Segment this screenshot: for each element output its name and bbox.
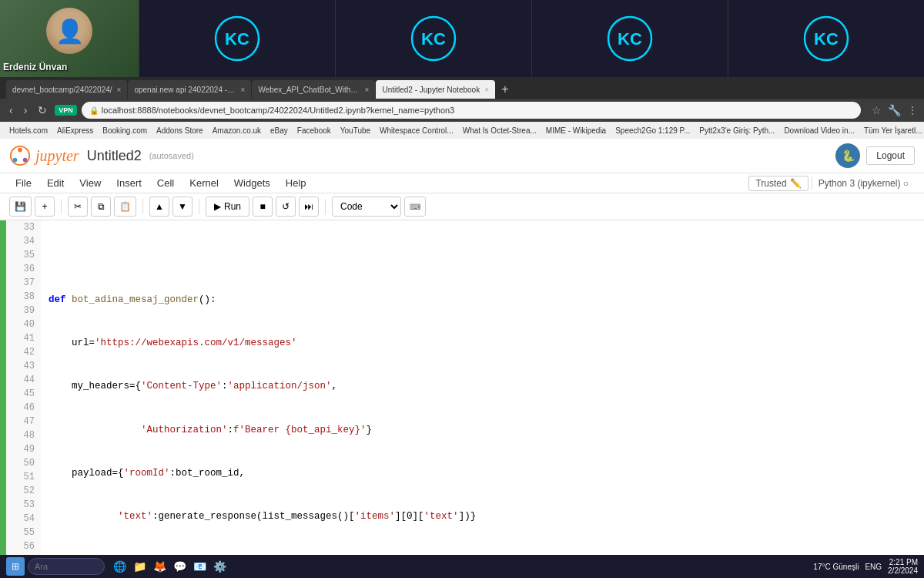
- browser-content: devnet_bootcamp/24022024/ × openai.new a…: [0, 77, 924, 555]
- video-overlay: 👤 Erdeniz Ünvan KC KC KC KC: [0, 0, 924, 77]
- taskbar-icon-1[interactable]: 🌐: [111, 558, 128, 575]
- bookmark-python[interactable]: Pytt2x3'e Giriş: Pyth...: [696, 126, 778, 136]
- stop-button[interactable]: ■: [253, 197, 273, 217]
- copy-button[interactable]: ⧉: [91, 197, 111, 217]
- run-button[interactable]: ▶ Run: [206, 197, 249, 217]
- bookmark-aliexpress[interactable]: AliExpress: [54, 126, 96, 136]
- date-display: 2/2/2024: [888, 566, 918, 575]
- code-area[interactable]: 33 34 35 36 37 38 39 40 41 42 43 44 45 4…: [0, 220, 924, 555]
- presenter-panel: 👤 Erdeniz Ünvan: [0, 0, 139, 77]
- menu-insert[interactable]: Insert: [110, 175, 148, 191]
- line-numbers: 33 34 35 36 37 38 39 40 41 42 43 44 45 4…: [6, 220, 41, 555]
- kc-logo-3: KC: [607, 15, 653, 62]
- bookmark-addons[interactable]: Addons Store: [153, 126, 206, 136]
- fast-forward-button[interactable]: ⏭: [299, 197, 319, 217]
- tab-1-close[interactable]: ×: [117, 86, 122, 94]
- svg-text:KC: KC: [225, 29, 249, 49]
- menu-view[interactable]: View: [73, 175, 107, 191]
- reload-button[interactable]: ↻: [35, 102, 50, 118]
- participant-tile-4: KC: [728, 0, 924, 77]
- taskbar-weather: 17°C Güneşli: [813, 563, 859, 571]
- tab-4[interactable]: Untitled2 - Jupyter Notebook ×: [376, 80, 495, 99]
- separator-1: [61, 199, 62, 214]
- menu-help[interactable]: Help: [280, 175, 313, 191]
- tab-2-close[interactable]: ×: [241, 86, 246, 94]
- taskbar-icon-2[interactable]: 📁: [131, 558, 148, 575]
- code-line-39: 'text':generate_response(list_messages()…: [49, 509, 916, 524]
- bookmark-mime[interactable]: MIME - Wikipedia: [543, 126, 609, 136]
- kc-logo-4: KC: [803, 15, 849, 62]
- line-num-38: 38: [6, 290, 35, 304]
- svg-point-10: [23, 158, 28, 163]
- tab-3[interactable]: Webex_API_ChatBot_With_Ope... ×: [252, 80, 375, 99]
- bookmark-amazon[interactable]: Amazon.co.uk: [209, 126, 264, 136]
- line-num-45: 45: [6, 387, 35, 401]
- menu-kernel[interactable]: Kernel: [183, 175, 225, 191]
- start-button[interactable]: ⊞: [6, 557, 25, 576]
- line-num-43: 43: [6, 359, 35, 373]
- address-bar[interactable]: 🔒 localhost:8888/notebooks/devnet_bootca…: [82, 102, 861, 119]
- menu-widgets[interactable]: Widgets: [228, 175, 276, 191]
- paste-button[interactable]: 📋: [114, 197, 136, 217]
- bookmark-octet[interactable]: What Is Octet-Strea...: [460, 126, 540, 136]
- cell-type-select[interactable]: Code Markdown Raw: [332, 197, 401, 217]
- taskbar-time: 2:21 PM 2/2/2024: [888, 558, 918, 575]
- separator-4: [325, 199, 326, 214]
- code-content[interactable]: def bot_adina_mesaj_gonder(): url='https…: [41, 220, 924, 555]
- taskbar: ⊞ 🌐 📁 🦊 💬 📧 ⚙️ 17°C Güneşli ENG 2:21 PM …: [0, 555, 924, 578]
- bookmark-speech2go[interactable]: Speech2Go 1:129 P...: [612, 126, 693, 136]
- presenter-avatar: 👤: [46, 8, 92, 54]
- svg-text:KC: KC: [421, 29, 446, 49]
- menu-edit[interactable]: Edit: [41, 175, 70, 191]
- menu-icon[interactable]: ⋮: [907, 104, 918, 116]
- new-tab-button[interactable]: +: [496, 80, 514, 99]
- tab-4-close[interactable]: ×: [484, 86, 489, 94]
- taskbar-icon-3[interactable]: 🦊: [151, 558, 168, 575]
- participant-tile-2: KC: [335, 0, 531, 77]
- code-line-37: 'Authorization':f'Bearer {bot_api_key}'}: [49, 423, 916, 438]
- bookmark-download[interactable]: Download Video in...: [781, 126, 858, 136]
- bookmark-all[interactable]: Tüm Yer İşaretl...: [861, 126, 924, 136]
- bookmark-booking[interactable]: Booking.com: [99, 126, 150, 136]
- keyboard-shortcut-icon[interactable]: ⌨: [404, 197, 426, 217]
- line-num-36: 36: [6, 262, 35, 276]
- tab-2[interactable]: openai.new api 24022024 - Jup... ×: [128, 80, 251, 99]
- tab-3-close[interactable]: ×: [365, 86, 370, 94]
- extension-icon[interactable]: 🔧: [888, 104, 901, 116]
- jupyter-title[interactable]: Untitled2: [87, 148, 142, 164]
- bookmark-hotels[interactable]: Hotels.com: [6, 126, 51, 136]
- participant-tile-3: KC: [531, 0, 728, 77]
- bookmark-ebay[interactable]: eBay: [267, 126, 291, 136]
- logout-button[interactable]: Logout: [866, 146, 915, 165]
- taskbar-search[interactable]: [28, 558, 105, 575]
- tab-3-label: Webex_API_ChatBot_With_Ope...: [258, 86, 360, 94]
- tab-1[interactable]: devnet_bootcamp/24022024/ ×: [6, 80, 127, 99]
- cut-button[interactable]: ✂: [68, 197, 88, 217]
- svg-text:KC: KC: [618, 29, 642, 49]
- taskbar-icon-5[interactable]: 📧: [191, 558, 208, 575]
- bookmark-icon[interactable]: ☆: [872, 104, 882, 116]
- vpn-badge[interactable]: VPN: [55, 105, 77, 116]
- line-num-52: 52: [6, 484, 35, 498]
- restart-button[interactable]: ↺: [276, 197, 296, 217]
- add-cell-button[interactable]: +: [35, 197, 55, 217]
- taskbar-icon-6[interactable]: ⚙️: [211, 558, 228, 575]
- bookmark-whitespace[interactable]: Whitespace Control...: [377, 126, 457, 136]
- move-down-button[interactable]: ▼: [172, 197, 192, 217]
- line-num-55: 55: [6, 526, 35, 539]
- menu-cell[interactable]: Cell: [151, 175, 180, 191]
- bookmark-youtube[interactable]: YouTube: [337, 126, 373, 136]
- taskbar-icon-4[interactable]: 💬: [171, 558, 188, 575]
- back-button[interactable]: ‹: [6, 102, 16, 118]
- code-line-33: [49, 250, 916, 264]
- trusted-label: Trusted: [755, 178, 786, 189]
- forward-button[interactable]: ›: [21, 102, 31, 118]
- save-button[interactable]: 💾: [9, 197, 32, 217]
- separator-3: [199, 199, 199, 214]
- move-up-button[interactable]: ▲: [149, 197, 169, 217]
- menu-file[interactable]: File: [9, 175, 38, 191]
- bookmark-facebook[interactable]: Facebook: [294, 126, 334, 136]
- tabs-bar: devnet_bootcamp/24022024/ × openai.new a…: [0, 77, 924, 99]
- trusted-badge[interactable]: Trusted ✏️: [748, 176, 808, 191]
- taskbar-icons: 🌐 📁 🦊 💬 📧 ⚙️: [111, 558, 228, 575]
